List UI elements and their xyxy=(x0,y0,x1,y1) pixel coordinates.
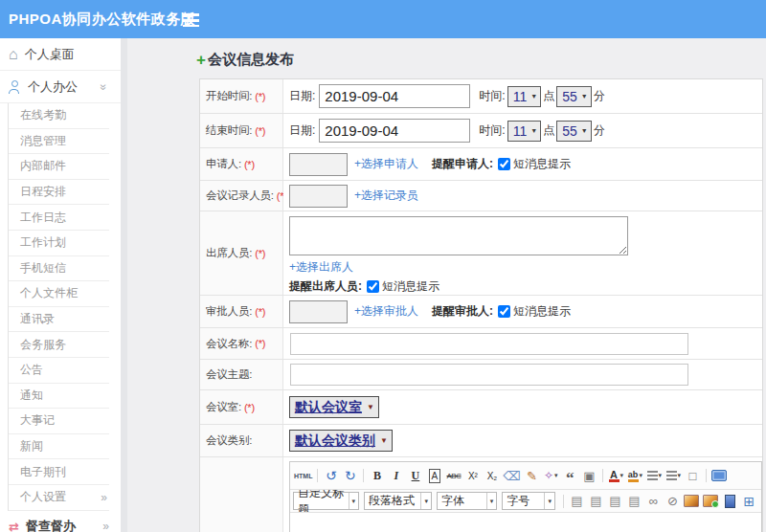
bold-button[interactable]: B xyxy=(368,467,386,484)
font-color-button[interactable]: A▾ xyxy=(607,467,625,484)
end-hour-select[interactable]: 11▼ xyxy=(507,121,541,142)
sidebar-item-schedule[interactable]: 日程安排 xyxy=(9,180,109,206)
approver-sms-checkbox[interactable] xyxy=(498,305,510,318)
sidebar-item-label: 督查督办 xyxy=(26,518,76,532)
meeting-subject-input[interactable] xyxy=(290,364,688,386)
meeting-category-select[interactable]: 默认会议类别▼ xyxy=(289,430,393,452)
ordered-list-button[interactable]: ▾ xyxy=(645,467,664,484)
font-size-dropdown[interactable]: 字号▾ xyxy=(502,492,555,510)
font-family-dropdown[interactable]: 字体▾ xyxy=(437,492,497,510)
app-window: PHPOA协同办公软件政务版 ⌂ 个人桌面 个人办公 » 在线考勤 消息管理 内… xyxy=(0,0,766,532)
choose-approver-link[interactable]: +选择审批人 xyxy=(354,303,418,320)
start-hour-select[interactable]: 11▼ xyxy=(507,86,541,107)
sidebar-item-supervision[interactable]: ⇄ 督查督办 » xyxy=(0,511,121,532)
custom-title-dropdown[interactable]: 自定义标题▾ xyxy=(293,492,359,510)
new-document-icon[interactable]: □ xyxy=(684,467,702,484)
align-left-icon[interactable]: ▤ xyxy=(568,493,586,510)
superscript-button[interactable]: X² xyxy=(463,467,482,484)
unordered-list-icon xyxy=(666,471,677,480)
meeting-room-select[interactable]: 默认会议室▼ xyxy=(289,396,379,418)
recorder-input[interactable] xyxy=(289,185,348,208)
unordered-list-button[interactable]: ▾ xyxy=(665,467,683,484)
applicant-input[interactable] xyxy=(289,153,348,176)
sidebar-item-file-cabinet[interactable]: 个人文件柜 xyxy=(9,281,109,307)
align-center-icon[interactable]: ▤ xyxy=(587,493,605,510)
date-label: 日期: xyxy=(289,88,315,104)
sidebar-item-sms[interactable]: 手机短信 xyxy=(9,256,109,282)
hamburger-menu-icon[interactable] xyxy=(183,13,199,27)
subscript-button[interactable]: X₂ xyxy=(483,467,501,484)
form-row-meeting-subject: 会议主题: xyxy=(200,360,762,390)
sidebar-item-messages[interactable]: 消息管理 xyxy=(9,129,109,155)
upload-image-button[interactable] xyxy=(702,493,720,510)
html-source-button[interactable]: HTML xyxy=(293,467,313,484)
attendees-sms-checkbox[interactable] xyxy=(367,280,379,293)
eraser-icon[interactable]: ⌫ xyxy=(502,467,521,484)
select-arrow-icon: ▼ xyxy=(530,127,537,134)
sms-label: 短消息提示 xyxy=(513,156,571,172)
sidebar-item-office[interactable]: 个人办公 » xyxy=(0,71,121,103)
sidebar-item-internal-mail[interactable]: 内部邮件 xyxy=(9,154,109,180)
attendees-textarea[interactable] xyxy=(289,216,628,255)
add-icon: + xyxy=(196,52,206,68)
form-row-meeting-room: 会议室:(*) 默认会议室▼ xyxy=(200,390,762,425)
paragraph-format-dropdown[interactable]: 段落格式▾ xyxy=(364,492,432,510)
unlink-icon[interactable]: ⊘ xyxy=(664,493,682,510)
end-date-input[interactable] xyxy=(319,119,470,143)
strikethrough-button[interactable]: ABC xyxy=(444,467,462,484)
end-minute-select[interactable]: 55▼ xyxy=(556,121,592,142)
paste-as-text-icon[interactable]: ▣ xyxy=(580,467,598,484)
sidebar-item-notice[interactable]: 通知 xyxy=(9,384,109,410)
sidebar-item-news[interactable]: 新闻 xyxy=(9,434,109,460)
field-label: 审批人员: xyxy=(206,304,252,319)
sidebar-item-meeting-service[interactable]: 会务服务 xyxy=(9,332,109,358)
sidebar-item-personal-settings[interactable]: 个人设置 » xyxy=(9,485,109,511)
sidebar-item-announcement[interactable]: 公告 xyxy=(9,358,109,384)
applicant-sms-checkbox[interactable] xyxy=(498,158,510,170)
remind-attendees-label: 提醒出席人员: xyxy=(289,278,362,295)
time-label: 时间: xyxy=(479,122,505,139)
redo-icon[interactable]: ↻ xyxy=(341,467,359,484)
highlight-button[interactable]: ab▾ xyxy=(626,467,644,484)
start-date-input[interactable] xyxy=(319,84,470,108)
sidebar-item-contacts[interactable]: 通讯录 xyxy=(9,307,109,333)
approver-input[interactable] xyxy=(289,300,348,323)
auto-typeset-button[interactable]: ✧▾ xyxy=(542,467,560,484)
blockquote-button[interactable]: “ xyxy=(561,464,579,487)
insert-image-button[interactable] xyxy=(683,493,701,510)
field-label: 会议类别: xyxy=(206,433,252,448)
sidebar: ⌂ 个人桌面 个人办公 » 在线考勤 消息管理 内部邮件 日程安排 工作日志 工… xyxy=(0,38,127,532)
insert-table-icon[interactable]: ⊞ xyxy=(740,493,758,510)
chevron-down-icon: » xyxy=(98,83,111,90)
form-row-approver: 审批人员:(*) +选择审批人 提醒审批人: 短消息提示 xyxy=(200,296,762,328)
sidebar-item-work-plan[interactable]: 工作计划 xyxy=(9,231,109,256)
sidebar-item-e-journal[interactable]: 电子期刊 xyxy=(9,459,109,485)
fullscreen-button[interactable] xyxy=(710,467,729,484)
image-icon xyxy=(684,495,699,507)
meeting-name-input[interactable] xyxy=(290,333,688,355)
sidebar-item-work-log[interactable]: 工作日志 xyxy=(9,205,109,231)
remind-approver-label: 提醒审批人: xyxy=(432,303,493,320)
choose-attendees-link[interactable]: +选择出席人 xyxy=(289,259,353,276)
font-border-button[interactable]: A xyxy=(429,469,441,483)
sidebar-item-events[interactable]: 大事记 xyxy=(9,409,109,434)
sidebar-item-desktop[interactable]: ⌂ 个人桌面 xyxy=(0,38,121,71)
align-right-icon[interactable]: ▤ xyxy=(606,493,624,510)
select-arrow-icon: ▼ xyxy=(367,403,374,411)
sidebar-item-attendance[interactable]: 在线考勤 xyxy=(9,103,109,129)
align-justify-icon[interactable]: ▤ xyxy=(625,493,643,510)
start-minute-select[interactable]: 55▼ xyxy=(556,86,592,107)
format-brush-icon[interactable]: ✎ xyxy=(523,467,541,484)
field-label: 会议名称: xyxy=(206,337,252,351)
insert-media-button[interactable] xyxy=(721,493,739,510)
italic-button[interactable]: I xyxy=(387,467,405,484)
topbar: PHPOA协同办公软件政务版 xyxy=(0,0,766,38)
field-label: 会议记录人员: xyxy=(206,188,274,203)
editor-toolbar-row1: HTML ↺ ↻ B I U A ABC X² X₂ ⌫ xyxy=(290,462,761,490)
link-icon[interactable]: ∞ xyxy=(644,493,663,510)
choose-applicant-link[interactable]: +选择申请人 xyxy=(354,156,418,172)
choose-recorder-link[interactable]: +选择记录员 xyxy=(354,188,418,204)
underline-button[interactable]: U xyxy=(406,467,424,484)
editor-content-area[interactable] xyxy=(290,513,761,532)
undo-icon[interactable]: ↺ xyxy=(322,467,340,484)
